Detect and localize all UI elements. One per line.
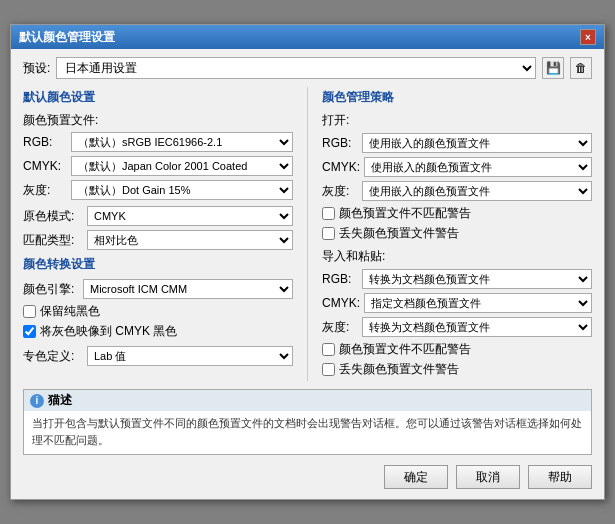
rc-cmyk-select[interactable]: 使用嵌入的颜色预置文件: [364, 157, 592, 177]
spot-color-label: 专色定义:: [23, 348, 83, 365]
preset-label: 预设:: [23, 60, 50, 77]
color-mode-row: 原色模式: CMYK: [23, 206, 293, 226]
color-mode-select[interactable]: CMYK: [87, 206, 293, 226]
keep-black-checkbox[interactable]: [23, 305, 36, 318]
spot-color-row: 专色定义: Lab 值: [23, 346, 293, 366]
default-color-settings-header: 默认颜色设置: [23, 89, 293, 106]
left-column: 默认颜色设置 颜色预置文件: RGB: （默认）sRGB IEC61966-2.…: [23, 87, 293, 381]
imp-gray-select[interactable]: 转换为文档颜色预置文件: [362, 317, 592, 337]
gray-row: 灰度: （默认）Dot Gain 15%: [23, 180, 293, 200]
gray-label: 灰度:: [23, 182, 67, 199]
import-label: 导入和粘贴:: [322, 248, 592, 265]
imp-gray-label: 灰度:: [322, 319, 358, 336]
cmyk-label: CMYK:: [23, 159, 67, 173]
imp-rgb-row: RGB: 转换为文档颜色预置文件: [322, 269, 592, 289]
color-mode-label: 原色模式:: [23, 208, 83, 225]
match-type-row: 匹配类型: 相对比色: [23, 230, 293, 250]
conversion-section-header: 颜色转换设置: [23, 256, 293, 273]
gray-to-cmyk-label: 将灰色映像到 CMYK 黑色: [40, 323, 177, 340]
imp-rgb-label: RGB:: [322, 272, 358, 286]
close-button[interactable]: ×: [580, 29, 596, 45]
match-type-select[interactable]: 相对比色: [87, 230, 293, 250]
imp-rgb-select[interactable]: 转换为文档颜色预置文件: [362, 269, 592, 289]
description-title: 猫述: [48, 392, 72, 409]
delete-preset-button[interactable]: 🗑: [570, 57, 592, 79]
rc-gray-label: 灰度:: [322, 183, 358, 200]
description-header[interactable]: i 猫述: [24, 390, 591, 411]
dialog-window: 默认颜色管理设置 × 预设: 日本通用设置 💾 🗑 默认颜色设置 颜色预置文件:…: [10, 24, 605, 500]
dialog-title: 默认颜色管理设置: [19, 29, 115, 46]
help-button[interactable]: 帮助: [528, 465, 592, 489]
rgb-row: RGB: （默认）sRGB IEC61966-2.1: [23, 132, 293, 152]
imp-missing-label: 丢失颜色预置文件警告: [339, 361, 459, 378]
color-engine-select[interactable]: Microsoft ICM CMM: [83, 279, 293, 299]
cmyk-select[interactable]: （默认）Japan Color 2001 Coated: [71, 156, 293, 176]
imp-mismatch-checkbox[interactable]: [322, 343, 335, 356]
description-icon: i: [30, 394, 44, 408]
imp-missing-row: 丢失颜色预置文件警告: [322, 361, 592, 378]
imp-cmyk-row: CMYK: 指定文档颜色预置文件: [322, 293, 592, 313]
color-engine-row: 颜色引擎: Microsoft ICM CMM: [23, 279, 293, 299]
two-column-layout: 默认颜色设置 颜色预置文件: RGB: （默认）sRGB IEC61966-2.…: [23, 87, 592, 381]
gray-to-cmyk-row: 将灰色映像到 CMYK 黑色: [23, 323, 293, 340]
gray-to-cmyk-checkbox[interactable]: [23, 325, 36, 338]
imp-mismatch-label: 颜色预置文件不匹配警告: [339, 341, 471, 358]
missing-checkbox[interactable]: [322, 227, 335, 240]
color-profile-label: 颜色预置文件:: [23, 112, 293, 129]
rgb-label: RGB:: [23, 135, 67, 149]
vertical-divider: [307, 87, 308, 381]
imp-cmyk-label: CMYK:: [322, 296, 360, 310]
dialog-body: 预设: 日本通用设置 💾 🗑 默认颜色设置 颜色预置文件: RGB: （默认）s…: [11, 49, 604, 499]
keep-black-row: 保留纯黑色: [23, 303, 293, 320]
color-mgmt-policy-header: 颜色管理策略: [322, 89, 592, 106]
cancel-button[interactable]: 取消: [456, 465, 520, 489]
imp-missing-checkbox[interactable]: [322, 363, 335, 376]
preset-row: 预设: 日本通用设置 💾 🗑: [23, 57, 592, 79]
rgb-select[interactable]: （默认）sRGB IEC61966-2.1: [71, 132, 293, 152]
preset-select[interactable]: 日本通用设置: [56, 57, 536, 79]
mismatch-checkbox[interactable]: [322, 207, 335, 220]
rc-gray-row: 灰度: 使用嵌入的颜色预置文件: [322, 181, 592, 201]
rc-gray-select[interactable]: 使用嵌入的颜色预置文件: [362, 181, 592, 201]
spot-color-select[interactable]: Lab 值: [87, 346, 293, 366]
mismatch-label: 颜色预置文件不匹配警告: [339, 205, 471, 222]
save-preset-button[interactable]: 💾: [542, 57, 564, 79]
description-body: 当打开包含与默认预置文件不同的颜色预置文件的文档时会出现警告对话框。您可以通过该…: [24, 411, 591, 454]
gray-select[interactable]: （默认）Dot Gain 15%: [71, 180, 293, 200]
button-row: 确定 取消 帮助: [23, 465, 592, 489]
imp-gray-row: 灰度: 转换为文档颜色预置文件: [322, 317, 592, 337]
match-type-label: 匹配类型:: [23, 232, 83, 249]
right-column: 颜色管理策略 打开: RGB: 使用嵌入的颜色预置文件 CMYK: 使用嵌入的颜…: [322, 87, 592, 381]
imp-mismatch-row: 颜色预置文件不匹配警告: [322, 341, 592, 358]
description-section: i 猫述 当打开包含与默认预置文件不同的颜色预置文件的文档时会出现警告对话框。您…: [23, 389, 592, 455]
missing-label: 丢失颜色预置文件警告: [339, 225, 459, 242]
rc-rgb-label: RGB:: [322, 136, 358, 150]
ok-button[interactable]: 确定: [384, 465, 448, 489]
rc-rgb-row: RGB: 使用嵌入的颜色预置文件: [322, 133, 592, 153]
imp-cmyk-select[interactable]: 指定文档颜色预置文件: [364, 293, 592, 313]
cmyk-row: CMYK: （默认）Japan Color 2001 Coated: [23, 156, 293, 176]
rc-rgb-select[interactable]: 使用嵌入的颜色预置文件: [362, 133, 592, 153]
open-label: 打开:: [322, 112, 592, 129]
rc-cmyk-row: CMYK: 使用嵌入的颜色预置文件: [322, 157, 592, 177]
missing-row: 丢失颜色预置文件警告: [322, 225, 592, 242]
mismatch-row: 颜色预置文件不匹配警告: [322, 205, 592, 222]
color-engine-label: 颜色引擎:: [23, 281, 79, 298]
keep-black-label: 保留纯黑色: [40, 303, 100, 320]
rc-cmyk-label: CMYK:: [322, 160, 360, 174]
title-bar: 默认颜色管理设置 ×: [11, 25, 604, 49]
